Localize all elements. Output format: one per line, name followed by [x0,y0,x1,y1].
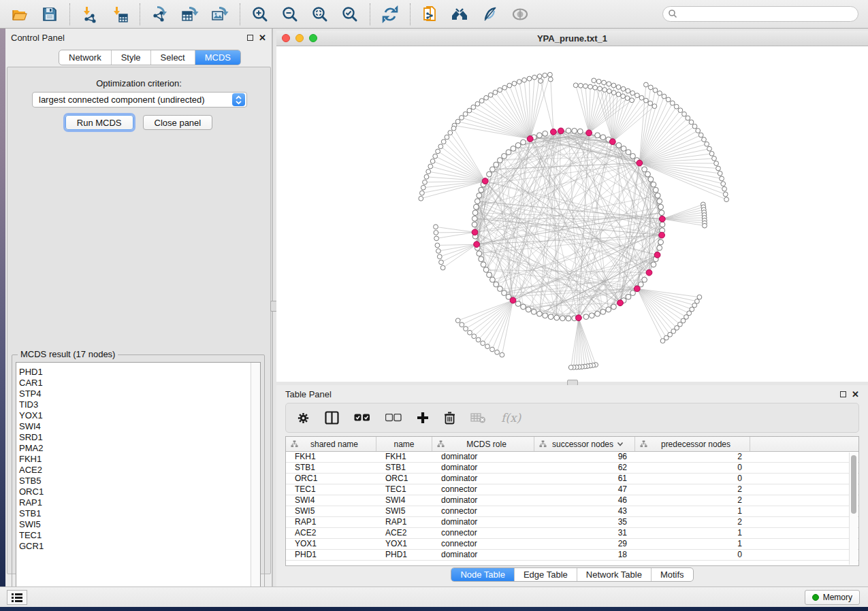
search-input[interactable] [662,6,858,22]
network-leaf-node[interactable] [532,75,537,80]
network-node[interactable] [511,146,516,152]
network-node[interactable] [566,316,571,321]
network-leaf-node[interactable] [488,93,493,97]
cell-shared-name[interactable]: PHD1 [286,550,376,560]
network-mcds-node[interactable] [659,216,665,222]
cell-shared-name[interactable]: SWI5 [286,506,376,516]
network-leaf-node[interactable] [722,186,727,191]
cell-MCDS-role[interactable]: dominator [432,550,534,560]
network-leaf-node[interactable] [602,80,607,85]
network-leaf-node[interactable] [440,265,445,270]
save-session-icon[interactable] [39,4,60,24]
network-leaf-node[interactable] [720,176,724,181]
network-leaf-node[interactable] [460,116,464,120]
network-leaf-node[interactable] [702,137,707,142]
network-leaf-node[interactable] [451,126,456,131]
network-leaf-node[interactable] [419,196,423,201]
cell-successor-nodes[interactable]: 96 [534,452,635,462]
network-leaf-node[interactable] [598,86,602,91]
network-mcds-node[interactable] [576,315,582,321]
network-leaf-node[interactable] [434,236,439,241]
mcds-result-item[interactable]: ORC1 [16,486,260,497]
network-mcds-node[interactable] [654,252,660,258]
network-node[interactable] [502,154,507,159]
network-leaf-node[interactable] [448,131,453,135]
table-scrollbar-thumb[interactable] [851,455,856,514]
network-mcds-node[interactable] [474,242,480,248]
network-leaf-node[interactable] [502,85,507,90]
network-leaf-node[interactable] [537,74,542,79]
network-leaf-node[interactable] [626,88,630,93]
network-leaf-node[interactable] [611,90,616,95]
cell-successor-nodes[interactable]: 18 [534,550,635,560]
network-leaf-node[interactable] [698,133,703,137]
network-node[interactable] [472,222,477,227]
close-panel-icon[interactable]: ✕ [259,35,266,41]
cell-name[interactable]: ORC1 [376,474,432,484]
network-leaf-node[interactable] [493,90,498,95]
network-leaf-node[interactable] [602,88,607,93]
network-leaf-node[interactable] [607,89,612,94]
network-leaf-node[interactable] [653,88,658,93]
cell-name[interactable]: PHD1 [376,550,432,560]
network-leaf-node[interactable] [644,82,649,87]
network-leaf-node[interactable] [593,85,598,90]
network-mcds-node[interactable] [617,300,624,306]
network-node[interactable] [642,277,647,282]
network-leaf-node[interactable] [579,83,583,88]
mcds-result-item[interactable]: ACE2 [16,465,260,476]
import-network-icon[interactable] [80,4,100,24]
network-mcds-node[interactable] [659,232,665,238]
network-node[interactable] [600,309,606,314]
open-file-icon[interactable] [10,4,30,24]
column-header-successor-nodes[interactable]: successor nodes [534,437,635,451]
cell-successor-nodes[interactable]: 31 [534,528,635,538]
network-node[interactable] [626,294,631,299]
table-row[interactable]: ORC1ORC1dominator610 [286,474,858,484]
network-node[interactable] [651,182,656,187]
cell-predecessor-nodes[interactable]: 0 [635,474,750,484]
tab-edge-table[interactable]: Edge Table [515,568,577,581]
mcds-result-item[interactable]: FKH1 [16,454,260,465]
cell-successor-nodes[interactable]: 29 [534,539,635,549]
zoom-selected-icon[interactable] [340,4,360,24]
cell-shared-name[interactable]: SWI4 [286,495,376,506]
network-node[interactable] [537,133,543,138]
cell-predecessor-nodes[interactable]: 1 [635,506,750,516]
network-leaf-node[interactable] [686,116,690,120]
network-mcds-node[interactable] [646,269,652,276]
table-row[interactable]: YOX1YOX1connector291 [286,539,858,550]
network-leaf-node[interactable] [467,108,472,113]
network-leaf-node[interactable] [498,88,502,93]
network-leaf-node[interactable] [666,97,671,102]
network-node[interactable] [543,131,548,136]
network-mcds-node[interactable] [482,178,488,184]
network-leaf-node[interactable] [436,149,440,154]
network-leaf-node[interactable] [507,83,512,88]
network-leaf-node[interactable] [652,104,657,109]
network-leaf-node[interactable] [481,341,485,346]
network-leaf-node[interactable] [433,154,438,159]
network-leaf-node[interactable] [616,85,621,90]
tab-motifs[interactable]: Motifs [652,568,693,581]
network-node[interactable] [483,267,489,273]
cell-MCDS-role[interactable]: dominator [432,495,534,506]
cell-shared-name[interactable]: FKH1 [286,452,376,462]
network-node[interactable] [630,291,636,296]
mcds-result-item[interactable]: STB1 [16,508,260,519]
cell-predecessor-nodes[interactable]: 1 [635,539,750,549]
new-network-from-selection-icon[interactable] [420,4,440,24]
network-node[interactable] [490,277,496,282]
table-row[interactable]: SWI4SWI4dominator462 [286,495,858,506]
table-scrollbar[interactable] [849,452,858,565]
cell-predecessor-nodes[interactable]: 0 [635,550,750,560]
table-row[interactable]: PHD1PHD1dominator180 [286,550,858,561]
network-leaf-node[interactable] [630,98,634,103]
network-node[interactable] [472,210,478,216]
network-node[interactable] [472,216,477,221]
network-leaf-node[interactable] [573,83,578,88]
cell-predecessor-nodes[interactable]: 2 [635,495,750,506]
create-column-plus-icon[interactable] [417,412,429,424]
network-leaf-node[interactable] [721,182,726,186]
network-node[interactable] [657,245,662,250]
